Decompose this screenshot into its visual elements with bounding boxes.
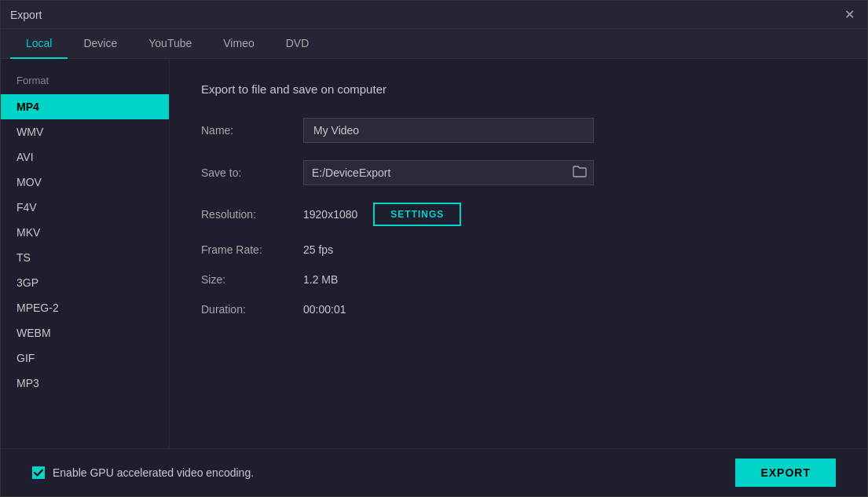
- frame-rate-row: Frame Rate: 25 fps: [201, 243, 836, 256]
- sidebar-item-mpeg2[interactable]: MPEG-2: [1, 295, 169, 320]
- tab-dvd[interactable]: DVD: [270, 29, 325, 59]
- tab-local[interactable]: Local: [10, 29, 68, 59]
- size-value: 1.2 MB: [303, 273, 338, 286]
- frame-rate-value: 25 fps: [303, 243, 333, 256]
- sidebar-item-wmv[interactable]: WMV: [1, 119, 169, 144]
- name-row: Name:: [201, 118, 836, 143]
- size-row: Size: 1.2 MB: [201, 273, 836, 286]
- resolution-value: 1920x1080: [303, 208, 357, 221]
- resolution-row: Resolution: 1920x1080 SETTINGS: [201, 203, 836, 226]
- frame-rate-label: Frame Rate:: [201, 243, 303, 256]
- close-button[interactable]: ✕: [841, 7, 858, 23]
- format-label: Format: [1, 75, 169, 94]
- sidebar-item-mp4[interactable]: MP4: [1, 94, 169, 119]
- gpu-checkbox[interactable]: [32, 466, 45, 479]
- format-sidebar: Format MP4 WMV AVI MOV F4V MKV TS 3GP MP…: [1, 59, 170, 448]
- sidebar-item-gif[interactable]: GIF: [1, 345, 169, 371]
- name-label: Name:: [201, 124, 303, 137]
- resolution-label: Resolution:: [201, 208, 303, 221]
- sidebar-item-avi[interactable]: AVI: [1, 144, 169, 170]
- resolution-value-wrap: 1920x1080 SETTINGS: [303, 203, 461, 226]
- content-area: Format MP4 WMV AVI MOV F4V MKV TS 3GP MP…: [1, 59, 867, 448]
- tab-vimeo[interactable]: Vimeo: [207, 29, 269, 59]
- name-input[interactable]: [303, 118, 594, 143]
- tab-bar: Local Device YouTube Vimeo DVD: [1, 29, 867, 59]
- sidebar-item-mov[interactable]: MOV: [1, 170, 169, 195]
- sidebar-item-mkv[interactable]: MKV: [1, 220, 169, 245]
- export-window: Export ✕ Local Device YouTube Vimeo DVD …: [0, 0, 868, 497]
- export-button[interactable]: EXPORT: [735, 459, 836, 487]
- tab-device[interactable]: Device: [68, 29, 133, 59]
- footer: Enable GPU accelerated video encoding. E…: [1, 448, 867, 496]
- tab-youtube[interactable]: YouTube: [133, 29, 207, 59]
- duration-label: Duration:: [201, 303, 303, 316]
- gpu-label: Enable GPU accelerated video encoding.: [53, 466, 254, 479]
- section-title: Export to file and save on computer: [201, 82, 836, 96]
- gpu-checkbox-wrap: Enable GPU accelerated video encoding.: [32, 466, 254, 479]
- sidebar-item-3gp[interactable]: 3GP: [1, 270, 169, 295]
- save-to-label: Save to:: [201, 166, 303, 179]
- save-to-row: Save to:: [201, 160, 836, 185]
- duration-row: Duration: 00:00:01: [201, 303, 836, 316]
- save-to-input[interactable]: [304, 161, 566, 185]
- path-input-wrap: [303, 160, 594, 185]
- duration-value: 00:00:01: [303, 303, 346, 316]
- sidebar-item-ts[interactable]: TS: [1, 245, 169, 270]
- title-bar: Export ✕: [1, 1, 867, 29]
- sidebar-item-f4v[interactable]: F4V: [1, 195, 169, 220]
- size-label: Size:: [201, 273, 303, 286]
- window-title: Export: [10, 9, 42, 21]
- settings-button[interactable]: SETTINGS: [373, 203, 461, 226]
- sidebar-item-mp3[interactable]: MP3: [1, 371, 169, 396]
- sidebar-item-webm[interactable]: WEBM: [1, 320, 169, 345]
- main-panel: Export to file and save on computer Name…: [170, 59, 867, 448]
- folder-browse-button[interactable]: [566, 162, 593, 184]
